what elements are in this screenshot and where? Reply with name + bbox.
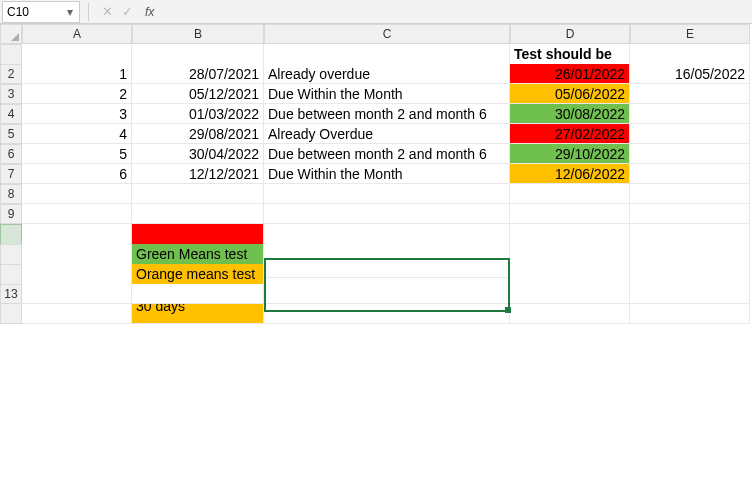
- cell-A4[interactable]: 3: [22, 104, 132, 124]
- col-header-A[interactable]: A: [22, 24, 132, 44]
- row-header-4[interactable]: 4: [0, 104, 22, 124]
- cell-E13[interactable]: [630, 284, 750, 304]
- row-header-9[interactable]: 9: [0, 204, 22, 224]
- cell-D4[interactable]: 30/08/2022: [510, 104, 630, 124]
- cell-C5[interactable]: Already Overdue: [264, 124, 510, 144]
- select-all-corner[interactable]: [0, 24, 22, 44]
- cell-E3[interactable]: [630, 84, 750, 104]
- row-header-5[interactable]: 5: [0, 124, 22, 144]
- cell-C2[interactable]: Already overdue: [264, 64, 510, 84]
- cell-A7[interactable]: 6: [22, 164, 132, 184]
- cell-A6[interactable]: 5: [22, 144, 132, 164]
- cell-C8[interactable]: [264, 184, 510, 204]
- cell-E2[interactable]: 16/05/2022: [630, 64, 750, 84]
- cell-C9[interactable]: [264, 204, 510, 224]
- cell-B9[interactable]: [132, 204, 264, 224]
- row-header-13[interactable]: 13: [0, 284, 22, 304]
- spreadsheet-grid[interactable]: A B C D E 1 Test Number First Test Taken…: [0, 24, 752, 304]
- cell-B6[interactable]: 30/04/2022: [132, 144, 264, 164]
- cancel-icon: ✕: [99, 4, 115, 19]
- formula-input[interactable]: [158, 2, 752, 22]
- cell-D8[interactable]: [510, 184, 630, 204]
- cell-A8[interactable]: [22, 184, 132, 204]
- cell-E8[interactable]: [630, 184, 750, 204]
- col-header-B[interactable]: B: [132, 24, 264, 44]
- name-box-dropdown-icon[interactable]: ▾: [65, 5, 75, 19]
- cell-E6[interactable]: [630, 144, 750, 164]
- col-header-C[interactable]: C: [264, 24, 510, 44]
- cell-C10-active[interactable]: [264, 224, 510, 278]
- cell-A9[interactable]: [22, 204, 132, 224]
- cell-A13[interactable]: [22, 284, 132, 304]
- cell-C3[interactable]: Due Within the Month: [264, 84, 510, 104]
- cell-C6[interactable]: Due between month 2 and month 6: [264, 144, 510, 164]
- name-box[interactable]: C10 ▾: [2, 1, 80, 23]
- cell-D3[interactable]: 05/06/2022: [510, 84, 630, 104]
- cell-B5[interactable]: 29/08/2021: [132, 124, 264, 144]
- col-header-D[interactable]: D: [510, 24, 630, 44]
- cell-B8[interactable]: [132, 184, 264, 204]
- separator: [88, 3, 89, 21]
- cell-E5[interactable]: [630, 124, 750, 144]
- cell-B3[interactable]: 05/12/2021: [132, 84, 264, 104]
- cell-A3[interactable]: 2: [22, 84, 132, 104]
- row-header-8[interactable]: 8: [0, 184, 22, 204]
- cell-C13[interactable]: [264, 284, 510, 304]
- cell-A2[interactable]: 1: [22, 64, 132, 84]
- formula-bar: C10 ▾ ✕ ✓ fx: [0, 0, 752, 24]
- cell-E4[interactable]: [630, 104, 750, 124]
- cell-B4[interactable]: 01/03/2022: [132, 104, 264, 124]
- cell-D2[interactable]: 26/01/2022: [510, 64, 630, 84]
- col-header-E[interactable]: E: [630, 24, 750, 44]
- cell-D13[interactable]: [510, 284, 630, 304]
- cell-D9[interactable]: [510, 204, 630, 224]
- cell-A5[interactable]: 4: [22, 124, 132, 144]
- cell-C4[interactable]: Due between month 2 and month 6: [264, 104, 510, 124]
- accept-icon: ✓: [119, 4, 135, 19]
- row-header-6[interactable]: 6: [0, 144, 22, 164]
- cell-B7[interactable]: 12/12/2021: [132, 164, 264, 184]
- cell-D7[interactable]: 12/06/2022: [510, 164, 630, 184]
- cell-B13[interactable]: [132, 284, 264, 304]
- cell-D5[interactable]: 27/02/2022: [510, 124, 630, 144]
- row-header-3[interactable]: 3: [0, 84, 22, 104]
- cell-C7[interactable]: Due Within the Month: [264, 164, 510, 184]
- cell-B2[interactable]: 28/07/2021: [132, 64, 264, 84]
- name-box-text: C10: [7, 5, 65, 19]
- fx-label[interactable]: fx: [145, 5, 154, 19]
- cell-E9[interactable]: [630, 204, 750, 224]
- cell-E7[interactable]: [630, 164, 750, 184]
- cell-D6[interactable]: 29/10/2022: [510, 144, 630, 164]
- row-header-7[interactable]: 7: [0, 164, 22, 184]
- row-header-2[interactable]: 2: [0, 64, 22, 84]
